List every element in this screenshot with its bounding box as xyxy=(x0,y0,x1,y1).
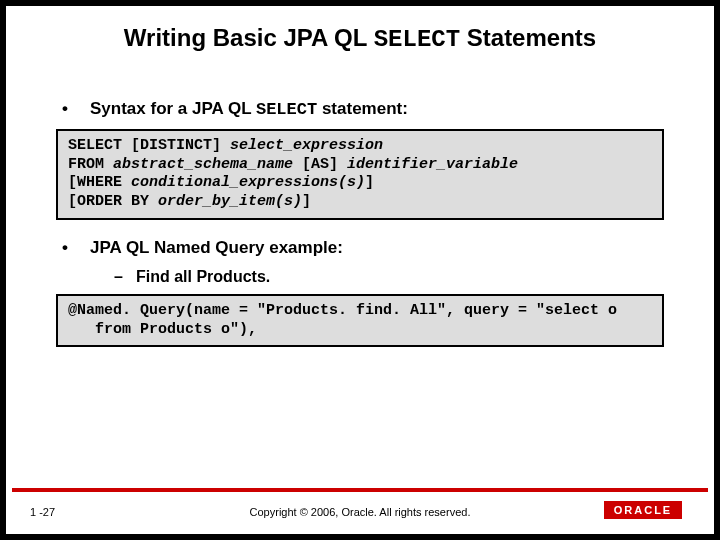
bullet-syntax: • Syntax for a JPA QL SELECT statement: xyxy=(62,99,678,119)
footer-redbar xyxy=(12,488,708,492)
subbullet-text: Find all Products. xyxy=(136,268,270,286)
bullet-example: • JPA QL Named Query example: xyxy=(62,238,678,258)
syntax-codebox: SELECT [DISTINCT] select_expression FROM… xyxy=(56,129,664,220)
syntax-line3: [WHERE conditional_expressions(s)] xyxy=(68,174,374,191)
bullet-dot: • xyxy=(62,238,90,258)
syntax-line2: FROM abstract_schema_name [AS] identifie… xyxy=(68,156,518,173)
title-prefix: Writing Basic JPA QL xyxy=(124,24,374,51)
slide-content: • Syntax for a JPA QL SELECT statement: … xyxy=(6,63,714,348)
bullet-text: Syntax for a JPA QL SELECT statement: xyxy=(90,99,408,119)
slide: Writing Basic JPA QL SELECT Statements •… xyxy=(6,6,714,534)
subbullet-dash: – xyxy=(114,268,136,286)
oracle-logo: ORACLE xyxy=(604,498,692,522)
syntax-line1: SELECT [DISTINCT] select_expression xyxy=(68,137,383,154)
slide-title: Writing Basic JPA QL SELECT Statements xyxy=(6,6,714,63)
subbullet-findall: – Find all Products. xyxy=(114,268,678,286)
bullet-text: JPA QL Named Query example: xyxy=(90,238,343,258)
title-suffix: Statements xyxy=(460,24,596,51)
title-mono: SELECT xyxy=(374,26,460,53)
bullet-dot: • xyxy=(62,99,90,119)
example-codebox: @Named. Query(name = "Products. find. Al… xyxy=(56,294,664,348)
slide-footer: 1 -27 Copyright © 2006, Oracle. All righ… xyxy=(12,492,708,528)
syntax-line4: [ORDER BY order_by_item(s)] xyxy=(68,193,311,210)
oracle-logo-box: ORACLE xyxy=(604,501,682,519)
